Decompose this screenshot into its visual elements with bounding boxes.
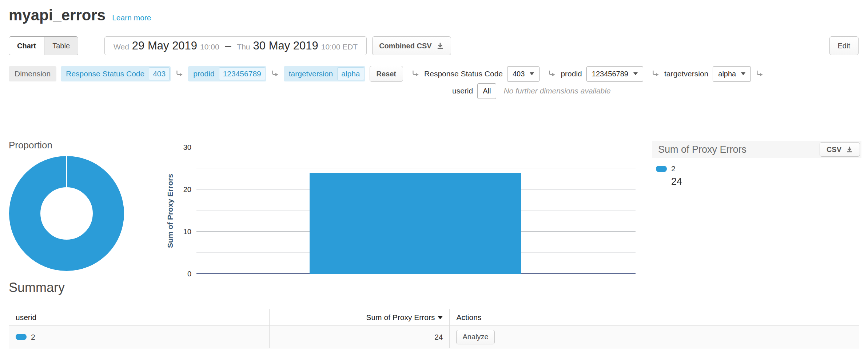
- dimension-breadcrumb[interactable]: prodid 123456789: [188, 66, 266, 81]
- summary-table: userid Sum of Proxy Errors Actions 2 24 …: [9, 309, 859, 348]
- end-date-label: 30 May 2019: [253, 39, 318, 52]
- bar[interactable]: [310, 173, 521, 274]
- elbow-arrow-icon: [175, 69, 184, 78]
- elbow-arrow-icon: [411, 69, 420, 78]
- selector-dropdown[interactable]: alpha: [713, 66, 751, 82]
- legend-panel: Sum of Proxy Errors CSV 2 24: [652, 141, 861, 187]
- crumb-name: Response Status Code: [66, 69, 144, 78]
- y-axis-label: Sum of Proxy Errors: [166, 174, 175, 248]
- table-view-button[interactable]: Table: [44, 37, 78, 55]
- row-userid-label: 2: [31, 333, 35, 341]
- chart-view-button[interactable]: Chart: [9, 37, 44, 55]
- csv-label: CSV: [827, 145, 841, 154]
- page-title: myapi_errors: [9, 7, 105, 24]
- legend-value: 24: [671, 176, 861, 187]
- chevron-down-icon: [741, 72, 745, 75]
- dashboard: myapi_errors Learn more Chart Table Wed2…: [0, 0, 868, 352]
- userid-all-value: All: [483, 87, 491, 95]
- dimension-bar: Dimension Response Status Code 403 prodi…: [9, 65, 764, 82]
- y-tick-label: 30: [174, 143, 191, 151]
- dimension-label: Dimension: [9, 66, 56, 81]
- selector-value: alpha: [718, 70, 736, 78]
- y-tick-label: 10: [174, 228, 191, 236]
- table-row: 2 24 Analyze: [9, 326, 859, 348]
- sort-desc-icon: [438, 316, 443, 319]
- header-userid: userid: [9, 309, 270, 326]
- chevron-down-icon: [633, 72, 638, 75]
- legend-item[interactable]: 2: [656, 164, 861, 173]
- dimension-breadcrumb[interactable]: Response Status Code 403: [61, 66, 171, 81]
- userid-all-dropdown[interactable]: All: [477, 83, 496, 99]
- selector-dropdown[interactable]: 403: [507, 66, 539, 82]
- crumb-value: 403: [149, 67, 170, 80]
- combined-csv-button[interactable]: Combined CSV: [372, 36, 451, 55]
- header-actions: Actions: [450, 309, 859, 326]
- end-day-label: Thu: [237, 43, 250, 51]
- summary-header-row: userid Sum of Proxy Errors Actions: [9, 309, 859, 326]
- gridline: [196, 168, 636, 168]
- combined-csv-label: Combined CSV: [379, 42, 431, 50]
- view-toggle: Chart Table: [9, 36, 78, 55]
- crumb-name: prodid: [193, 69, 214, 78]
- next-dimension-row: userid All No further dimensions availab…: [452, 83, 611, 99]
- proportion-title: Proportion: [9, 140, 52, 151]
- legend-title: Sum of Proxy Errors: [658, 144, 820, 155]
- summary-title: Summary: [9, 280, 65, 295]
- edit-button[interactable]: Edit: [829, 36, 859, 55]
- csv-button[interactable]: CSV: [820, 142, 860, 157]
- selector-value: 403: [513, 70, 525, 78]
- selector-value: 123456789: [592, 70, 628, 78]
- legend-header: Sum of Proxy Errors CSV: [652, 141, 861, 158]
- start-date-label: 29 May 2019: [132, 39, 197, 52]
- bar-chart-plot: 0102030: [196, 147, 636, 274]
- elbow-arrow-icon: [271, 69, 279, 78]
- reset-button[interactable]: Reset: [370, 66, 403, 82]
- crumb-value: 123456789: [219, 67, 265, 80]
- chevron-down-icon: [530, 72, 534, 75]
- start-day-label: Wed: [114, 43, 129, 51]
- row-sum-cell: 24: [269, 326, 450, 348]
- header-sum-label: Sum of Proxy Errors: [366, 313, 435, 321]
- dimension-selector: prodid 123456789: [548, 66, 643, 82]
- proportion-donut-svg[interactable]: [9, 151, 156, 275]
- no-more-dimensions-message: No further dimensions available: [503, 87, 610, 95]
- row-actions-cell: Analyze: [450, 326, 859, 348]
- y-tick-label: 0: [174, 270, 191, 278]
- range-separator: –: [225, 40, 231, 52]
- legend-swatch: [656, 166, 667, 172]
- userid-label: userid: [452, 87, 473, 95]
- date-range-picker[interactable]: Wed29 May 201910:00–Thu30 May 201910:00 …: [104, 36, 367, 55]
- header-sum[interactable]: Sum of Proxy Errors: [269, 309, 450, 326]
- selector-label: prodid: [561, 69, 582, 78]
- crumb-value: alpha: [337, 67, 364, 80]
- elbow-arrow-icon: [548, 69, 556, 78]
- header: myapi_errors Learn more: [9, 7, 151, 24]
- dimension-selector: Response Status Code 403: [411, 66, 539, 82]
- start-time-label: 10:00: [200, 43, 219, 51]
- summary-row-swatch: [16, 334, 27, 340]
- row-userid-cell: 2: [9, 326, 270, 348]
- selector-label: targetversion: [664, 69, 708, 78]
- selector-label: Response Status Code: [424, 69, 503, 78]
- legend-label: 2: [671, 164, 676, 173]
- y-tick-label: 20: [174, 185, 191, 193]
- end-time-label: 10:00 EDT: [321, 43, 358, 51]
- elbow-arrow-icon: [651, 69, 660, 78]
- crumb-name: targetversion: [289, 69, 333, 78]
- gridline: [196, 147, 636, 147]
- analyze-button[interactable]: Analyze: [456, 330, 494, 344]
- toolbar: Chart Table Wed29 May 201910:00–Thu30 Ma…: [9, 36, 859, 55]
- download-icon: [846, 146, 853, 153]
- dimension-selector: targetversion alpha: [651, 66, 751, 82]
- learn-more-link[interactable]: Learn more: [112, 13, 151, 22]
- selector-dropdown[interactable]: 123456789: [586, 66, 643, 82]
- dimension-breadcrumb[interactable]: targetversion alpha: [284, 66, 365, 81]
- section-divider: [0, 103, 868, 103]
- download-icon: [436, 42, 444, 50]
- proportion-chart: [9, 151, 156, 275]
- elbow-arrow-icon: [755, 69, 764, 78]
